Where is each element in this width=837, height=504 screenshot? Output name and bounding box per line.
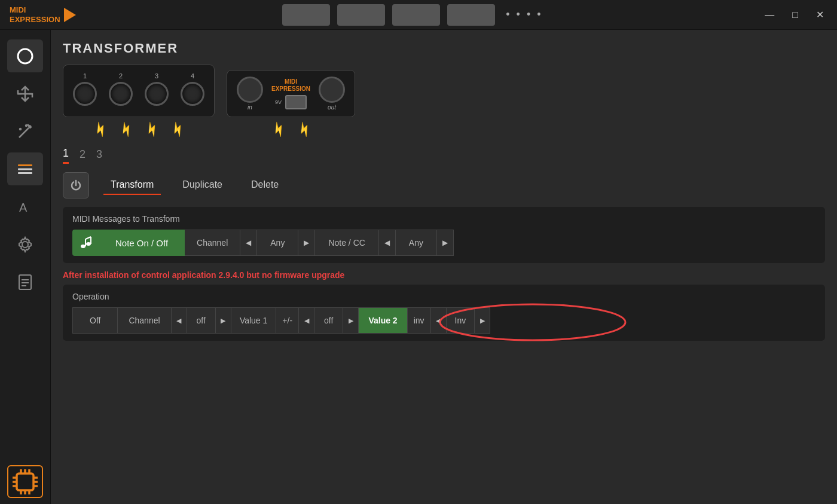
op-value1-label: Value 1 — [231, 307, 276, 334]
svg-point-6 — [29, 126, 31, 127]
op-inv-right-arrow[interactable]: ▶ — [475, 307, 490, 334]
op-plusminus-label: +/- — [276, 307, 299, 334]
svg-point-32 — [86, 242, 91, 246]
note-cc-left-arrow[interactable]: ◀ — [379, 230, 396, 256]
op-off-value-2: off — [314, 307, 343, 334]
port-3: 3 — [145, 72, 169, 106]
svg-point-13 — [22, 242, 28, 248]
op-off-value-1: off — [187, 307, 216, 334]
maximize-button[interactable]: □ — [789, 8, 802, 22]
sidebar-item-a[interactable]: A — [7, 190, 43, 223]
tab-1[interactable]: 1 — [63, 147, 69, 164]
sidebar-item-chip[interactable] — [7, 465, 43, 498]
midi-in-connector: in — [237, 77, 263, 111]
sidebar-item-lines[interactable] — [7, 152, 43, 185]
preset-btn-1[interactable] — [282, 4, 330, 26]
note-cc-right-arrow[interactable]: ▶ — [437, 230, 454, 256]
svg-rect-10 — [18, 168, 32, 170]
sidebar-item-circle[interactable] — [7, 39, 43, 72]
midi-usb-port — [285, 95, 307, 109]
midi-msg-row: Note On / Off Channel ◀ Any ▶ Note / CC … — [72, 230, 815, 256]
midi-logo-1: MIDI — [285, 78, 297, 85]
op-value1-right-arrow[interactable]: ▶ — [343, 307, 359, 334]
connector-2-icon: ⚡ — [115, 119, 136, 140]
port-4: 4 — [181, 72, 204, 106]
op-inv-label: inv — [408, 307, 431, 334]
tab-row: 1 2 3 — [63, 147, 825, 164]
connector-4-icon: ⚡ — [167, 119, 188, 140]
svg-point-0 — [18, 49, 32, 63]
tab-3[interactable]: 3 — [96, 148, 102, 163]
op-inv-left-arrow[interactable]: ◀ — [431, 307, 447, 334]
logo-text-expression: EXPRESSION — [10, 15, 60, 25]
any-value-2: Any — [396, 230, 437, 256]
any-value-1: Any — [257, 230, 298, 256]
transform-button[interactable]: Transform — [103, 176, 161, 195]
port-1-label: 1 — [83, 72, 87, 80]
op-off-button[interactable]: Off — [72, 307, 118, 334]
port-2-socket — [109, 82, 133, 106]
sidebar-item-wand[interactable] — [7, 115, 43, 148]
midi-in-socket — [237, 77, 263, 103]
midi-out-connector: out — [319, 77, 345, 111]
device-left: 1 2 3 4 — [63, 65, 215, 117]
note-cc-label: Note / CC — [315, 230, 378, 256]
op-value2-green-button[interactable]: Value 2 — [359, 307, 407, 334]
app-logo: MIDI EXPRESSION — [10, 5, 76, 24]
preset-btn-2[interactable] — [337, 4, 385, 26]
svg-rect-11 — [18, 172, 32, 174]
channel-right-arrow[interactable]: ▶ — [298, 230, 315, 256]
delete-button[interactable]: Delete — [244, 176, 286, 195]
note-icon-button[interactable] — [72, 230, 99, 256]
midi-logo-2: EXPRESSION — [271, 85, 310, 93]
device-area: 1 2 3 4 — [63, 65, 825, 136]
port-1-socket — [73, 82, 97, 106]
op-channel-right-arrow[interactable]: ▶ — [216, 307, 231, 334]
operation-row: Off Channel ◀ off ▶ Value 1 +/- ◀ off ▶ … — [72, 307, 815, 334]
port-1: 1 — [73, 72, 97, 106]
title-bar: MIDI EXPRESSION • • • • — □ ✕ — [0, 0, 837, 30]
channel-label: Channel — [185, 230, 240, 256]
sidebar-item-gear[interactable] — [7, 228, 43, 261]
svg-rect-9 — [18, 164, 32, 166]
channel-left-arrow[interactable]: ◀ — [240, 230, 257, 256]
sidebar-item-arrows[interactable] — [7, 77, 43, 110]
svg-point-7 — [20, 129, 21, 130]
logo-arrow-icon — [64, 8, 76, 22]
op-channel-left-arrow[interactable]: ◀ — [172, 307, 187, 334]
preset-btn-4[interactable] — [447, 4, 495, 26]
connector-1-icon: ⚡ — [90, 119, 111, 140]
op-inv-button[interactable]: Inv — [447, 307, 475, 334]
midi-center: MIDI EXPRESSION 9V — [271, 78, 310, 109]
power-action-row: Transform Duplicate Delete — [63, 172, 825, 198]
power-button[interactable] — [63, 172, 89, 198]
sidebar-item-pdf[interactable] — [7, 265, 43, 298]
note-on-off-button[interactable]: Note On / Off — [99, 230, 185, 256]
operation-section: Operation Off Channel ◀ off ▶ Value 1 +/… — [63, 285, 825, 341]
connector-r1-icon: ⚡ — [268, 119, 289, 140]
device-right: in MIDI EXPRESSION 9V out — [227, 70, 355, 117]
svg-line-35 — [85, 237, 91, 239]
main-layout: A — [0, 30, 837, 504]
op-value1-left-arrow[interactable]: ◀ — [299, 307, 314, 334]
op-channel-label: Channel — [118, 307, 171, 334]
svg-text:A: A — [19, 201, 28, 214]
page-title: TRANSFORMER — [63, 41, 825, 56]
preset-btn-3[interactable] — [392, 4, 440, 26]
midi-out-socket — [319, 77, 345, 103]
minimize-button[interactable]: — — [761, 8, 778, 22]
content-area: TRANSFORMER 1 2 3 — [51, 30, 837, 504]
port-3-label: 3 — [155, 72, 158, 80]
device-left-connectors: ⚡ ⚡ ⚡ ⚡ — [63, 122, 215, 136]
midi-9v-label: 9V — [275, 99, 282, 105]
dots-icon: • • • • — [506, 8, 542, 21]
warning-text: After installation of control applicatio… — [63, 270, 825, 280]
port-2-label: 2 — [119, 72, 123, 80]
close-button[interactable]: ✕ — [812, 8, 827, 22]
port-3-socket — [145, 82, 169, 106]
midi-messages-section: MIDI Messages to Transform Note On / Off… — [63, 207, 825, 263]
tab-2[interactable]: 2 — [80, 148, 85, 163]
svg-point-8 — [26, 125, 27, 126]
preset-buttons — [282, 4, 495, 26]
duplicate-button[interactable]: Duplicate — [175, 176, 230, 195]
